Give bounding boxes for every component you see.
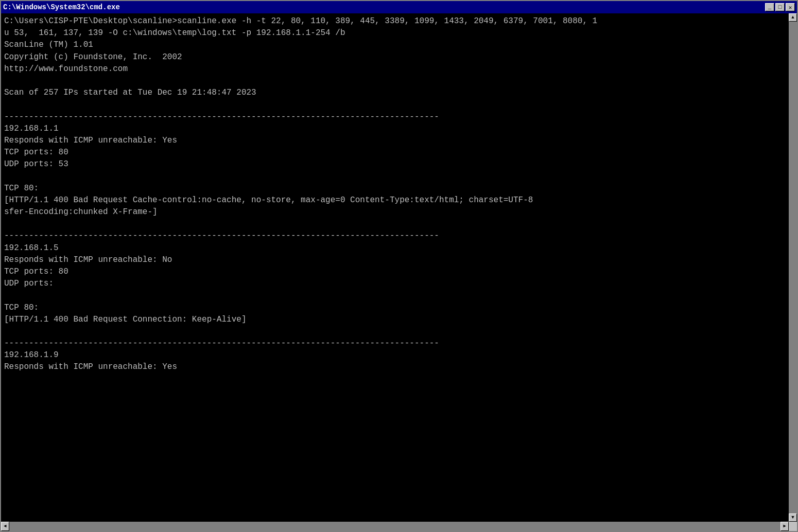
horizontal-scrollbar[interactable]: ◄ ►	[1, 522, 789, 531]
scroll-left-button[interactable]: ◄	[1, 522, 9, 531]
close-button[interactable]: ✕	[786, 3, 795, 11]
maximize-button[interactable]: □	[775, 3, 785, 11]
scroll-track-horizontal[interactable]	[9, 522, 780, 531]
scroll-right-button[interactable]: ►	[780, 522, 789, 531]
console-output: C:\Users\CISP-PTE\Desktop\scanline>scanl…	[4, 15, 794, 374]
cmd-window: C:\Windows\System32\cmd.exe _ □ ✕ C:\Use…	[0, 0, 798, 532]
scroll-down-button[interactable]: ▼	[789, 513, 797, 522]
scroll-track-vertical[interactable]	[789, 22, 797, 513]
scroll-up-button[interactable]: ▲	[789, 13, 797, 22]
console-area: C:\Users\CISP-PTE\Desktop\scanline>scanl…	[1, 13, 797, 531]
window-title: C:\Windows\System32\cmd.exe	[3, 3, 120, 11]
scrollbar-corner	[789, 522, 797, 531]
minimize-button[interactable]: _	[765, 3, 774, 11]
title-bar: C:\Windows\System32\cmd.exe _ □ ✕	[1, 1, 797, 13]
window-controls: _ □ ✕	[765, 3, 795, 11]
vertical-scrollbar[interactable]: ▲ ▼	[789, 13, 797, 522]
